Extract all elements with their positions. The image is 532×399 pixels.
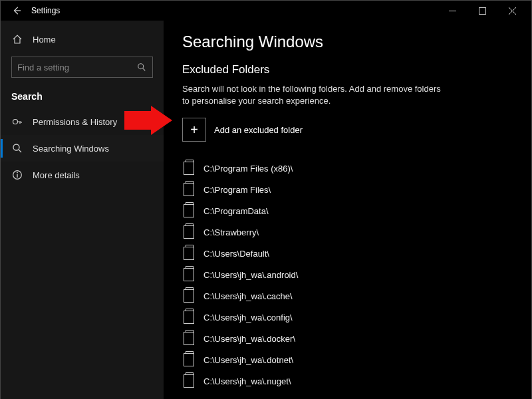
- folder-icon: [184, 353, 194, 366]
- folder-path: C:\Users\jh_wa\.dotnet\: [203, 355, 293, 365]
- close-button[interactable]: [497, 1, 527, 20]
- svg-line-9: [19, 150, 21, 152]
- window-title: Settings: [31, 6, 60, 15]
- plus-icon: +: [182, 118, 206, 142]
- folder-icon: [184, 204, 194, 217]
- nav-searching-windows[interactable]: Searching Windows: [1, 135, 164, 162]
- nav-item-label: Searching Windows: [33, 144, 109, 154]
- svg-point-7: [13, 120, 18, 124]
- excluded-folder-row[interactable]: C:\Users\jh_wa\.nuget\: [182, 370, 513, 392]
- minimize-button[interactable]: [438, 1, 467, 20]
- page-title: Searching Windows: [182, 33, 513, 51]
- add-excluded-folder-button[interactable]: + Add an excluded folder: [182, 118, 513, 142]
- arrow-left-icon: [12, 6, 21, 15]
- excluded-folder-row[interactable]: C:\Users\jh_wa\.dotnet\: [182, 349, 513, 370]
- folder-path: C:\Program Files\: [203, 185, 271, 195]
- folder-path: C:\ProgramData\: [203, 206, 269, 216]
- excluded-folder-row[interactable]: C:\Program Files (x86)\: [182, 158, 513, 179]
- svg-line-6: [143, 68, 146, 71]
- svg-point-5: [138, 64, 144, 69]
- folder-icon: [184, 225, 194, 239]
- folder-path: C:\Users\jh_wa\.android\: [203, 270, 298, 280]
- search-placeholder: Find a setting: [17, 63, 136, 72]
- folder-path: C:\Users\jh_wa\.cache\: [203, 291, 293, 301]
- home-icon: [11, 34, 23, 45]
- nav-item-label: More details: [33, 170, 80, 180]
- excluded-folder-row[interactable]: C:\ProgramData\: [182, 200, 513, 221]
- svg-point-12: [17, 172, 18, 174]
- section-description: Search will not look in the following fo…: [182, 83, 448, 107]
- svg-marker-13: [124, 106, 172, 135]
- folder-path: C:\Users\jh_wa\.nuget\: [203, 376, 291, 386]
- excluded-folder-row[interactable]: C:\Strawberry\: [182, 221, 513, 243]
- folder-path: C:\Strawberry\: [203, 227, 259, 237]
- folder-icon: [184, 311, 194, 324]
- maximize-button[interactable]: [467, 1, 497, 20]
- back-button[interactable]: [7, 1, 26, 20]
- titlebar: Settings: [1, 1, 531, 21]
- permissions-icon: [11, 116, 23, 127]
- settings-window: Settings Home Find a setting: [0, 0, 532, 399]
- main-content: Searching Windows Excluded Folders Searc…: [164, 21, 531, 399]
- excluded-folder-row[interactable]: C:\Users\Default\: [182, 243, 513, 264]
- search-windows-icon: [11, 143, 23, 154]
- svg-rect-2: [479, 7, 486, 14]
- folder-icon: [184, 162, 194, 175]
- excluded-folder-row[interactable]: C:\Users\jh_wa\.docker\: [182, 328, 513, 349]
- home-label: Home: [33, 35, 56, 45]
- nav-item-label: Permissions & History: [33, 117, 117, 127]
- home-button[interactable]: Home: [1, 27, 164, 51]
- svg-point-8: [13, 144, 19, 150]
- close-icon: [509, 7, 516, 15]
- maximize-icon: [479, 7, 486, 15]
- folder-path: C:\Users\Default\: [203, 249, 269, 259]
- excluded-folder-row[interactable]: C:\Users\jh_wa\.config\: [182, 307, 513, 328]
- folder-icon: [184, 268, 194, 281]
- search-icon: [136, 63, 147, 72]
- folder-icon: [184, 332, 194, 345]
- excluded-folder-row[interactable]: C:\Users\jh_wa\.android\: [182, 264, 513, 285]
- folder-icon: [184, 289, 194, 303]
- sidebar: Home Find a setting Search Permissions &…: [1, 21, 164, 399]
- folder-path: C:\Program Files (x86)\: [203, 164, 293, 174]
- folder-icon: [184, 183, 194, 196]
- folder-path: C:\Users\jh_wa\.docker\: [203, 334, 295, 344]
- add-label: Add an excluded folder: [214, 125, 303, 135]
- red-arrow-annotation: [124, 106, 172, 135]
- section-title: Excluded Folders: [182, 63, 513, 76]
- minimize-icon: [449, 7, 456, 15]
- find-setting-input[interactable]: Find a setting: [11, 57, 153, 78]
- nav-more-details[interactable]: More details: [1, 162, 164, 188]
- folder-icon: [184, 247, 194, 260]
- info-icon: [11, 170, 23, 180]
- excluded-folder-list: C:\Program Files (x86)\C:\Program Files\…: [182, 158, 513, 392]
- folder-icon: [184, 374, 194, 388]
- folder-path: C:\Users\jh_wa\.config\: [203, 313, 293, 323]
- excluded-folder-row[interactable]: C:\Program Files\: [182, 179, 513, 200]
- excluded-folder-row[interactable]: C:\Users\jh_wa\.cache\: [182, 285, 513, 307]
